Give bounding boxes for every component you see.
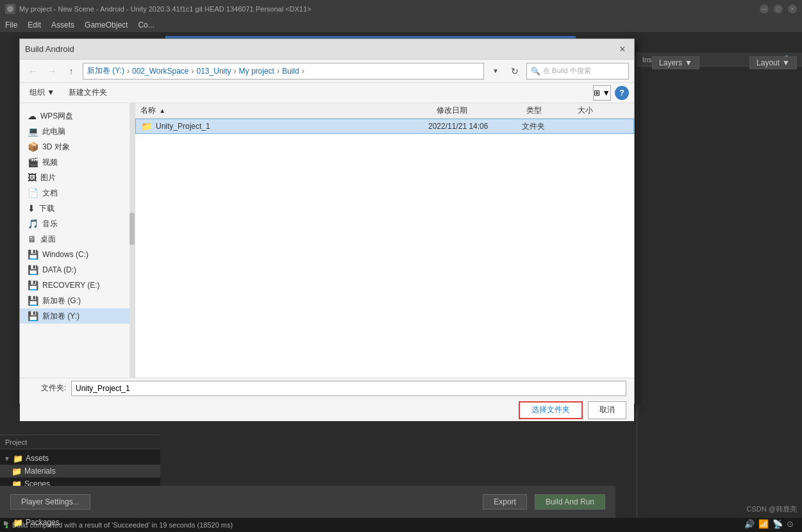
file-type: 文件夹 [522,121,573,132]
layers-dropdown-icon: ▼ [685,58,692,67]
fd-navbar: ← → ↑ 新加卷 (Y:) › 002_WorkSpace › 013_Uni… [20,60,634,83]
sidebar-item-pictures[interactable]: 🖼 图片 [20,170,135,185]
fd-view-button[interactable]: ⊞ ▼ [593,85,611,101]
sidebar-item-docs[interactable]: 📄 文档 [20,185,135,201]
sidebar-scrollbar-thumb[interactable] [129,213,135,245]
sidebar-item-drive-d[interactable]: 💾 DATA (D:) [20,262,135,278]
fd-select-folder-button[interactable]: 选择文件夹 [519,401,583,419]
tree-item-materials-label: Materials [24,467,56,476]
layout-dropdown-icon: ▼ [782,58,790,67]
speaker-icon[interactable]: 🔊 [744,519,755,529]
sidebar-item-video-label: 视频 [42,157,58,168]
path-segment-drive[interactable]: 新加卷 (Y:) [87,65,124,76]
fd-path-bar: 新加卷 (Y:) › 002_WorkSpace › 013_Unity › M… [83,63,484,79]
sidebar-item-music[interactable]: 🎵 音乐 [20,216,135,231]
col-size[interactable]: 大小 [578,105,629,116]
menu-file[interactable]: File [5,21,17,29]
tree-item-assets-label: Assets [26,454,49,463]
col-date[interactable]: 修改日期 [437,105,526,116]
sidebar-item-drive-e[interactable]: 💾 RECOVERY (E:) [20,278,135,293]
nav-back-button[interactable]: ← [25,63,40,79]
file-date: 2022/11/21 14:06 [428,122,518,131]
sidebar-item-wps[interactable]: ☁ WPS网盘 [20,108,135,124]
svg-point-0 [7,6,13,12]
window-title: My project - New Scene - Android - Unity… [19,5,312,13]
3d-icon: 📦 [28,142,38,152]
export-button[interactable]: Export [483,494,527,510]
minimize-button[interactable]: — [760,4,769,13]
path-segment-build[interactable]: Build [282,67,299,76]
fd-help-button[interactable]: ? [615,86,629,100]
sidebar-item-3d[interactable]: 📦 3D 对象 [20,139,135,154]
assets-tab-label: Project [5,438,27,446]
menu-assets[interactable]: Assets [51,21,74,29]
downloads-icon: ⬇ [28,203,35,213]
sidebar-item-drive-c-label: Windows (C:) [42,250,88,259]
fd-filename-input[interactable] [71,381,626,396]
pictures-icon: 🖼 [28,172,37,183]
sidebar-item-drive-c[interactable]: 💾 Windows (C:) [20,247,135,262]
sidebar-item-computer[interactable]: 💻 此电脑 [20,124,135,139]
nav-up-button[interactable]: ↑ [63,63,79,79]
fd-titlebar: Build Android × [20,39,634,60]
export-label: Export [494,497,516,506]
drive-e-icon: 💾 [28,280,38,290]
refresh-button[interactable]: ↻ [507,63,522,79]
nav-forward-button[interactable]: → [44,63,60,79]
sidebar-item-docs-label: 文档 [42,188,58,199]
organize-label: 组织 ▼ [29,87,54,98]
menu-gameobject[interactable]: GameObject [85,21,128,29]
drive-g-icon: 💾 [28,295,38,306]
sidebar-item-drive-y[interactable]: 💾 新加卷 (Y:) [20,308,135,324]
tree-item-packages-label: Packages [26,518,60,527]
col-type[interactable]: 类型 [526,105,578,116]
sidebar-item-computer-label: 此电脑 [42,126,65,137]
tree-item-materials[interactable]: 📁 Materials [0,465,160,478]
unity-icon [5,4,15,14]
sidebar-scrollbar[interactable] [129,103,135,378]
fd-sidebar: ☁ WPS网盘 💻 此电脑 📦 3D 对象 🎬 视频 🖼 图片 📄 文档 [20,103,135,378]
tree-item-packages[interactable]: ▶ 📁 Packages [0,516,160,529]
cancel-label: 取消 [599,404,615,415]
col-name[interactable]: 名称 ▲ [140,105,437,116]
tree-item-assets[interactable]: ▼ 📁 Assets [0,452,160,465]
fd-new-folder-button[interactable]: 新建文件夹 [64,85,112,100]
path-dropdown-button[interactable]: ▼ [488,63,503,79]
player-settings-button[interactable]: Player Settings... [10,494,90,510]
maximize-button[interactable]: □ [774,4,783,13]
sidebar-item-downloads-label: 下载 [39,203,54,214]
file-item-unity-project[interactable]: 📁 Unity_Project_1 2022/11/21 14:06 文件夹 [135,119,634,134]
menu-edit[interactable]: Edit [28,21,41,29]
menu-component[interactable]: Co... [138,21,154,29]
fd-filename-label: 文件夹: [28,383,66,394]
sidebar-item-drive-e-label: RECOVERY (E:) [42,281,100,290]
path-segment-unity[interactable]: 013_Unity [197,67,231,76]
path-segment-workspace[interactable]: 002_WorkSpace [132,67,189,76]
sidebar-item-video[interactable]: 🎬 视频 [20,154,135,170]
fd-filelist-header: 名称 ▲ 修改日期 类型 大小 [135,103,634,119]
fd-toolbar-left: 组织 ▼ 新建文件夹 [25,85,112,100]
layers-button[interactable]: Layers ▼ [652,56,699,69]
close-button-main[interactable]: × [788,4,797,13]
fd-organize-button[interactable]: 组织 ▼ [25,85,59,100]
title-bar-controls: — □ × [760,4,797,13]
file-dialog: Build Android × ← → ↑ 新加卷 (Y:) › 002_Wor… [19,38,635,404]
tree-arrow-assets: ▼ [4,455,10,462]
wifi-icon: 📶 [758,519,769,529]
layout-button[interactable]: Layout ▼ [749,56,797,69]
fd-cancel-button[interactable]: 取消 [588,401,626,419]
drive-y-icon: 💾 [28,311,38,321]
fd-search-bar: 🔍 在 Build 中搜索 [526,63,629,79]
build-and-run-button[interactable]: Build And Run [535,494,605,510]
sidebar-item-desktop[interactable]: 🖥 桌面 [20,231,135,247]
sidebar-item-3d-label: 3D 对象 [42,142,70,153]
fd-close-button[interactable]: × [616,43,629,56]
path-segment-project[interactable]: My project [239,67,274,76]
sidebar-item-drive-g[interactable]: 💾 新加卷 (G:) [20,293,135,308]
sidebar-item-drive-g-label: 新加卷 (G:) [42,295,81,306]
sidebar-item-downloads[interactable]: ⬇ 下载 [20,201,135,216]
materials-folder-icon: 📁 [12,467,22,476]
drive-d-icon: 💾 [28,265,38,275]
fd-title: Build Android [25,44,74,54]
sidebar-item-drive-y-label: 新加卷 (Y:) [42,311,79,322]
